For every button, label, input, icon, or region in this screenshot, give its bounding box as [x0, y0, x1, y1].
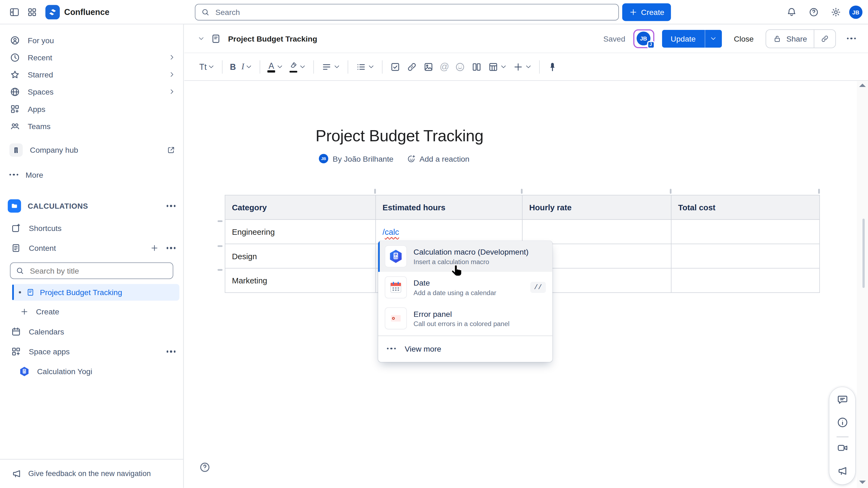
italic-button[interactable]: I — [239, 58, 255, 75]
editor-canvas[interactable]: Project Budget Tracking JB By João Brilh… — [184, 81, 868, 488]
calculator-hexagon-icon — [19, 366, 30, 377]
calculation-macro-icon — [385, 245, 407, 268]
sidebar-item-content[interactable]: Content — [0, 239, 183, 257]
add-content-icon[interactable] — [150, 244, 159, 253]
editor-help-button[interactable] — [199, 462, 211, 473]
table-header-cell[interactable]: Hourly rate — [522, 195, 671, 219]
sidebar-item-teams[interactable]: Teams — [0, 117, 183, 134]
chevron-down-icon[interactable] — [197, 35, 205, 42]
column-handle[interactable] — [521, 189, 522, 194]
more-actions-button[interactable] — [843, 37, 859, 39]
content-search-input[interactable] — [29, 266, 167, 276]
color-swatch — [268, 70, 276, 72]
help-button[interactable] — [805, 3, 823, 21]
notifications-button[interactable] — [783, 3, 800, 21]
table-cell[interactable] — [671, 244, 819, 269]
content-more-icon[interactable] — [166, 247, 176, 249]
add-reaction-button[interactable]: Add a reaction — [407, 154, 469, 163]
tree-item-project-budget-tracking[interactable]: Project Budget Tracking — [12, 284, 179, 301]
byline: JB By João Brilhante Add a reaction — [319, 154, 469, 163]
share-button[interactable]: Share — [766, 30, 814, 47]
layouts-button[interactable] — [469, 58, 485, 75]
app-switcher-button[interactable] — [23, 3, 41, 21]
pin-toolbar-button[interactable] — [545, 58, 561, 75]
close-button[interactable]: Close — [730, 34, 758, 43]
menu-item-view-more[interactable]: View more — [378, 336, 553, 361]
text-styles-button[interactable]: Tt — [196, 58, 218, 75]
create-button[interactable]: Create — [622, 3, 671, 21]
details-button[interactable] — [836, 416, 848, 431]
sidebar-item-spaces[interactable]: Spaces — [0, 83, 183, 100]
sidebar-item-calendars[interactable]: Calendars — [0, 323, 183, 340]
page-title[interactable]: Project Budget Tracking — [315, 127, 483, 145]
scroll-up-arrow[interactable] — [859, 84, 866, 87]
space-apps-more-icon[interactable] — [166, 350, 176, 353]
sidebar-item-for-you[interactable]: For you — [0, 32, 183, 49]
menu-item-error-panel[interactable]: Error panel Call out errors in a colored… — [378, 303, 553, 334]
collapse-sidebar-button[interactable] — [5, 3, 23, 21]
sidebar-item-calculation-yogi[interactable]: Calculation Yogi — [0, 363, 183, 380]
insert-more-button[interactable] — [510, 58, 535, 75]
task-button[interactable] — [387, 58, 404, 75]
content-search[interactable] — [10, 263, 173, 279]
scroll-down-arrow[interactable] — [859, 481, 866, 484]
video-button[interactable] — [836, 442, 848, 456]
text-color-button[interactable]: A — [265, 58, 286, 75]
table-cell[interactable] — [522, 219, 671, 244]
scrollbar[interactable] — [857, 81, 868, 488]
bold-button[interactable]: B — [227, 58, 239, 75]
sidebar-item-company-hub[interactable]: Company hub — [0, 141, 183, 158]
sidebar-item-apps[interactable]: Apps — [0, 100, 183, 117]
sidebar-item-more[interactable]: More — [0, 166, 183, 183]
alignment-button[interactable] — [318, 58, 343, 75]
space-header-calculations[interactable]: CALCULATIONS — [0, 195, 183, 217]
lists-button[interactable] — [353, 58, 378, 75]
mention-icon: @ — [440, 61, 449, 72]
global-search[interactable] — [195, 4, 619, 20]
author-avatar[interactable]: JB — [319, 154, 329, 163]
comments-button[interactable] — [836, 394, 848, 408]
space-more-icon[interactable] — [166, 205, 176, 207]
apps-grid-plus-icon — [10, 346, 22, 357]
table-cell[interactable]: Marketing — [225, 268, 375, 293]
copy-link-button[interactable] — [814, 30, 835, 47]
confluence-logo[interactable] — [45, 5, 60, 19]
sidebar-item-space-apps[interactable]: Space apps — [0, 343, 183, 360]
announcements-button[interactable] — [836, 465, 848, 480]
table-cell[interactable]: Engineering — [225, 219, 375, 244]
column-handle[interactable] — [670, 189, 672, 194]
menu-item-date[interactable]: Date Add a date using a calendar // — [378, 272, 553, 303]
update-button[interactable]: Update — [662, 30, 721, 47]
sidebar-item-create[interactable]: Create — [0, 303, 183, 321]
table-cell[interactable]: Design — [225, 244, 375, 269]
insert-link-button[interactable] — [404, 58, 420, 75]
row-handle[interactable] — [218, 220, 222, 222]
sidebar-item-shortcuts[interactable]: Shortcuts — [0, 219, 183, 237]
highlight-color-button[interactable] — [286, 58, 309, 75]
table-cell-slash-command[interactable]: /calc — [376, 219, 522, 244]
column-handle[interactable] — [374, 189, 376, 194]
menu-item-calculation-macro[interactable]: Calculation macro (Development) Insert a… — [378, 241, 553, 272]
insert-table-button[interactable] — [485, 58, 510, 75]
column-handle[interactable] — [818, 189, 820, 194]
table-cell[interactable] — [671, 219, 819, 244]
collaborator-avatar[interactable]: JB J — [633, 29, 654, 48]
table-header-cell[interactable]: Category — [225, 195, 375, 219]
update-options-button[interactable] — [705, 30, 721, 47]
emoji-button[interactable] — [452, 58, 469, 75]
global-search-input[interactable] — [214, 7, 613, 17]
row-handle[interactable] — [218, 245, 222, 247]
sidebar-item-recent[interactable]: Recent — [0, 49, 183, 66]
table-header-cell[interactable]: Estimated hours — [376, 195, 522, 219]
table-header-cell[interactable]: Total cost — [671, 195, 819, 219]
insert-image-button[interactable] — [420, 58, 437, 75]
table-cell[interactable] — [671, 268, 819, 293]
feedback-link[interactable]: Give feedback on the new navigation — [0, 459, 183, 488]
settings-button[interactable] — [827, 3, 845, 21]
mention-button[interactable]: @ — [437, 58, 452, 75]
row-handle[interactable] — [218, 269, 222, 271]
scrollbar-thumb[interactable] — [863, 219, 865, 288]
breadcrumb[interactable]: Project Budget Tracking — [228, 34, 317, 43]
user-avatar[interactable]: JB — [849, 5, 863, 19]
sidebar-item-starred[interactable]: Starred — [0, 66, 183, 83]
